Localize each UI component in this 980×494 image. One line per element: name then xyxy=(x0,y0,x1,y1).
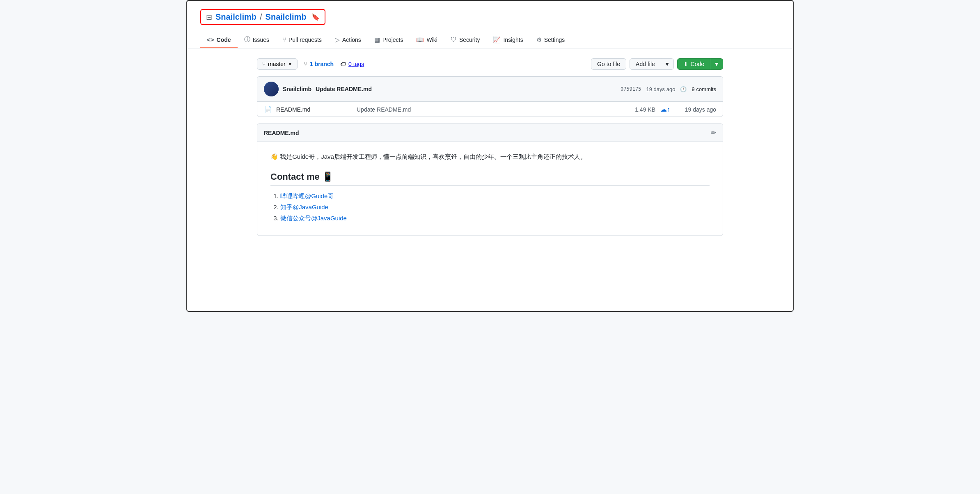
file-name-link[interactable]: README.md xyxy=(276,106,350,113)
download-icon: ⬇ xyxy=(683,61,688,67)
code-dropdown-button[interactable]: ▼ xyxy=(710,58,723,70)
add-file-group: Add file ▼ xyxy=(630,58,674,70)
tag-info: 🏷 0 tags xyxy=(340,61,364,67)
branch-selector-label: master xyxy=(268,61,286,67)
list-item: 哔哩哔哩@Guide哥 xyxy=(280,192,710,200)
security-icon: 🛡 xyxy=(451,36,457,43)
readme-intro: 👋 我是Guide哥，Java后端开发工程师，懂一点前端知识，喜欢烹饪，自由的少… xyxy=(270,152,710,162)
branch-bar-left: ⑂ master ▼ ⑂ 1 branch 🏷 0 xyxy=(257,58,364,70)
list-item: 知乎@JavaGuide xyxy=(280,204,710,211)
readme-header: README.md ✏ xyxy=(257,124,723,142)
commit-message: Update README.md xyxy=(316,86,372,92)
tab-settings[interactable]: ⚙ Settings xyxy=(530,32,572,48)
go-to-file-button[interactable]: Go to file xyxy=(591,58,626,70)
branch-chevron-icon: ▼ xyxy=(288,62,292,66)
branch-count-link[interactable]: 1 branch xyxy=(310,61,334,67)
edit-icon[interactable]: ✏ xyxy=(711,129,716,137)
contact-link-2[interactable]: 微信公众号@JavaGuide xyxy=(280,215,347,222)
code-download-button[interactable]: ⬇ Code xyxy=(677,58,710,70)
branch-selector-icon: ⑂ xyxy=(262,61,266,67)
repo-title-box: ⊟ Snailclimb / Snailclimb 🔖 xyxy=(200,9,325,25)
tag-icon: 🏷 xyxy=(340,61,346,67)
commit-author: Snailclimb xyxy=(283,86,311,92)
file-icon: 📄 xyxy=(264,105,272,113)
repo-owner-link[interactable]: Snailclimb xyxy=(215,12,256,22)
tab-pull-requests[interactable]: ⑂ Pull requests xyxy=(276,32,328,48)
contact-link-0[interactable]: 哔哩哔哩@Guide哥 xyxy=(280,192,334,199)
repo-name-link[interactable]: Snailclimb xyxy=(266,12,307,22)
clock-icon: 🕐 xyxy=(680,86,687,92)
branch-info: ⑂ 1 branch xyxy=(304,61,334,67)
code-button-group: ⬇ Code ▼ xyxy=(677,58,723,70)
commit-header-left: Snailclimb Update README.md xyxy=(264,82,372,96)
readme-contact-heading: Contact me 📱 xyxy=(270,172,710,186)
commits-count-link[interactable]: 9 commits xyxy=(691,86,716,92)
readme-title: README.md xyxy=(264,130,299,136)
nav-tabs: <> Code ⓘ Issues ⑂ Pull requests ▷ Actio… xyxy=(187,32,793,48)
wiki-icon: 📖 xyxy=(416,36,424,43)
readme-content: 👋 我是Guide哥，Java后端开发工程师，懂一点前端知识，喜欢烹饪，自由的少… xyxy=(257,142,723,236)
branch-selector[interactable]: ⑂ master ▼ xyxy=(257,58,298,70)
tab-projects[interactable]: ▦ Projects xyxy=(368,32,410,48)
add-file-button[interactable]: Add file xyxy=(630,58,661,70)
issues-icon: ⓘ xyxy=(244,36,250,43)
list-item: 微信公众号@JavaGuide xyxy=(280,215,710,222)
add-file-dropdown-button[interactable]: ▼ xyxy=(661,58,674,70)
tab-code[interactable]: <> Code xyxy=(200,32,238,48)
branch-fork-icon: ⑂ xyxy=(304,61,307,67)
file-size: 1.49 KB xyxy=(623,106,655,113)
commits-label: commits xyxy=(696,86,716,92)
file-date: 19 days ago xyxy=(675,106,716,113)
pull-request-icon: ⑂ xyxy=(282,36,286,43)
tag-label: tags xyxy=(353,61,364,67)
commit-time: 19 days ago xyxy=(646,86,675,92)
upload-icon: ☁↑ xyxy=(660,105,670,113)
branch-bar-right: Go to file Add file ▼ ⬇ Code ▼ xyxy=(591,58,723,70)
commits-box: Snailclimb Update README.md 0759175 19 d… xyxy=(257,76,723,117)
actions-icon: ▷ xyxy=(335,36,340,43)
readme-box: README.md ✏ 👋 我是Guide哥，Java后端开发工程师，懂一点前端… xyxy=(257,124,723,236)
bookmark-icon: 🔖 xyxy=(311,13,320,21)
tab-insights[interactable]: 📈 Insights xyxy=(486,32,529,48)
tab-security[interactable]: 🛡 Security xyxy=(444,32,487,48)
main-content: ⑂ master ▼ ⑂ 1 branch 🏷 0 xyxy=(244,48,736,246)
tag-count-link[interactable]: 0 tags xyxy=(348,61,364,67)
avatar xyxy=(264,82,279,96)
commit-header-right: 0759175 19 days ago 🕐 9 commits xyxy=(621,86,716,92)
table-row: 📄 README.md Update README.md 1.49 KB ☁↑ … xyxy=(257,102,723,117)
settings-icon: ⚙ xyxy=(536,36,542,43)
projects-icon: ▦ xyxy=(374,36,380,43)
readme-contact-list: 哔哩哔哩@Guide哥 知乎@JavaGuide 微信公众号@JavaGuide xyxy=(270,192,710,222)
commit-hash: 0759175 xyxy=(621,86,641,92)
tab-issues[interactable]: ⓘ Issues xyxy=(238,32,276,48)
commit-header: Snailclimb Update README.md 0759175 19 d… xyxy=(257,77,723,102)
repo-separator: / xyxy=(260,12,262,22)
code-icon: <> xyxy=(207,36,214,43)
branch-bar: ⑂ master ▼ ⑂ 1 branch 🏷 0 xyxy=(257,58,723,70)
tab-actions[interactable]: ▷ Actions xyxy=(328,32,368,48)
file-commit-message: Update README.md xyxy=(350,106,623,113)
repo-icon: ⊟ xyxy=(206,13,212,22)
tab-wiki[interactable]: 📖 Wiki xyxy=(410,32,444,48)
insights-icon: 📈 xyxy=(493,36,501,43)
contact-link-1[interactable]: 知乎@JavaGuide xyxy=(280,204,328,210)
